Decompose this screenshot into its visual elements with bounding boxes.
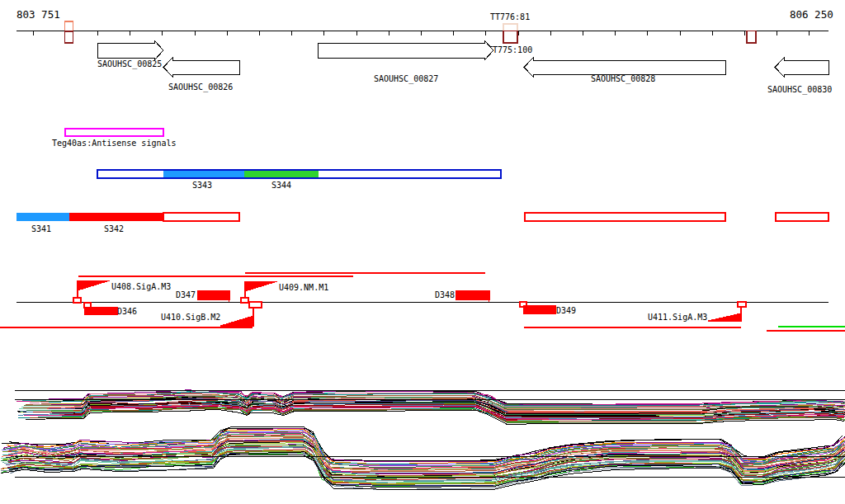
segment-S343[interactable]	[163, 171, 244, 177]
tss-flag-U410.SigB.M2[interactable]	[220, 316, 253, 326]
terminator-box-right[interactable]	[747, 31, 756, 44]
segment-open-box[interactable]	[525, 213, 725, 221]
terminator-box-lower[interactable]	[65, 31, 73, 43]
segment-label: S342	[104, 224, 124, 233]
segment-label: S343	[192, 181, 212, 190]
segment-label: S344	[271, 181, 291, 190]
tss-anchor-U411.SigA.M3[interactable]	[738, 302, 746, 307]
tss-label: U408.SigA.M3	[111, 282, 171, 291]
gene-label: SAOUHSC_00825	[97, 59, 162, 69]
segment-S344[interactable]	[244, 171, 319, 177]
tss-flag-U411.SigA.M3[interactable]	[708, 313, 741, 321]
antisense-box[interactable]	[65, 129, 163, 136]
antisense-signal-track: Teg40as:Antisense signals	[52, 129, 177, 148]
tt776-marker-upper[interactable]	[503, 24, 517, 31]
tss-label: U409.NM.M1	[279, 283, 328, 292]
segment-S341[interactable]	[17, 213, 69, 221]
segment-track: S343S344S341S342	[17, 170, 828, 233]
tt775-label: TT775:100	[488, 45, 532, 54]
signal-box-D347[interactable]	[197, 290, 229, 299]
genome-browser-view: 803 751806 250TT776:81TT775:100 SAOUHSC_…	[0, 0, 845, 504]
signal-box-D348[interactable]	[456, 290, 489, 299]
tss-anchor-U408.SigA.M3[interactable]	[73, 298, 81, 303]
tss-label: U411.SigA.M3	[648, 313, 707, 322]
gene-arrow-SAOUHSC_00830[interactable]	[775, 58, 828, 77]
terminator-box-upper[interactable]	[65, 21, 73, 31]
segment-S342[interactable]	[69, 213, 163, 221]
tss-anchor-U409.NM.M1[interactable]	[241, 298, 248, 303]
tss-signal-track: U408.SigA.M3U409.NM.M1U410.SigB.M2U411.S…	[0, 273, 845, 331]
expression-profile-track	[1, 390, 845, 490]
ruler-start-coordinate: 803 751	[17, 8, 60, 21]
segment-open-box[interactable]	[776, 213, 828, 221]
gene-label: SAOUHSC_00830	[767, 85, 832, 95]
gene-label: SAOUHSC_00826	[168, 82, 233, 92]
gene-label: SAOUHSC_00827	[374, 74, 438, 84]
signal-label: D349	[556, 306, 576, 315]
gene-label: SAOUHSC_00828	[591, 74, 655, 84]
ruler-end-coordinate: 806 250	[790, 8, 833, 21]
signal-box-D346[interactable]	[84, 307, 117, 314]
tt776-label: TT776:81	[490, 12, 530, 21]
segment-open-box[interactable]	[163, 213, 239, 221]
gene-arrow-SAOUHSC_00827[interactable]	[318, 40, 493, 60]
gene-arrow-SAOUHSC_00826[interactable]	[163, 58, 239, 77]
signal-label: D347	[176, 290, 196, 299]
signal-box-D349[interactable]	[523, 305, 555, 313]
gene-arrow-SAOUHSC_00825[interactable]	[97, 40, 163, 60]
tt776-marker-lower[interactable]	[503, 31, 517, 44]
gene-annotation-track: SAOUHSC_00825SAOUHSC_00826SAOUHSC_00827S…	[97, 40, 832, 95]
segment-label: S341	[31, 224, 51, 233]
signal-label: D346	[117, 307, 137, 316]
tss-flag-U409.NM.M1[interactable]	[245, 281, 277, 291]
antisense-label: Teg40as:Antisense signals	[52, 139, 177, 148]
genome-tracks-canvas: 803 751806 250TT776:81TT775:100 SAOUHSC_…	[0, 0, 845, 504]
signal-label: D348	[435, 290, 455, 299]
tss-anchor-U410.SigB.M2[interactable]	[249, 302, 262, 308]
tss-label: U410.SigB.M2	[161, 313, 220, 322]
tss-flag-U408.SigA.M3[interactable]	[78, 280, 110, 290]
